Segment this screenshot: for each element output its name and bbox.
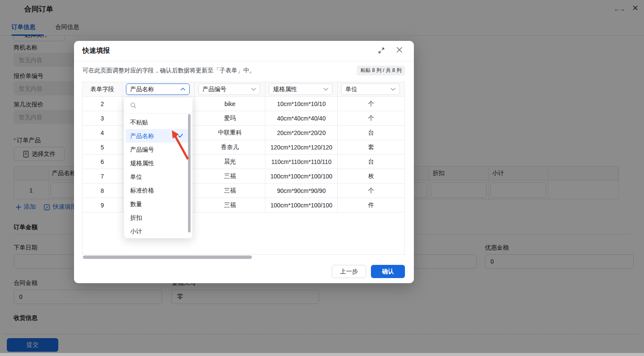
row-code: 晨光	[195, 155, 265, 169]
row-unit: 台	[338, 126, 405, 140]
row-no: 9	[83, 198, 123, 212]
row-spec: 20cm*20cm*20/20	[265, 126, 338, 140]
column-select-unit[interactable]: 单位	[341, 83, 400, 95]
paste-columns-badge: 粘贴 8 列 / 共 8 列	[357, 66, 405, 75]
dropdown-search-input[interactable]	[139, 100, 185, 111]
expand-icon[interactable]	[378, 47, 385, 54]
column-select-spec[interactable]: 规格属性	[269, 83, 333, 95]
row-no: 7	[83, 169, 123, 184]
chevron-down-icon	[323, 88, 328, 91]
chevron-down-icon	[390, 88, 396, 91]
option-spec[interactable]: 规格属性	[124, 156, 192, 170]
dropdown-scrollbar[interactable]	[188, 114, 191, 233]
row-spec: 100cm*100cm*100/100	[265, 198, 338, 212]
header-form-field: 表单字段	[83, 82, 123, 97]
row-no: 6	[83, 155, 123, 169]
search-icon	[130, 102, 137, 109]
header-col-1: 产品名称	[123, 82, 195, 97]
row-spec: 40cm*40cm*40/40	[265, 111, 338, 126]
row-code: 爱玛	[195, 111, 265, 126]
previous-step-button[interactable]: 上一步	[332, 265, 366, 278]
modal-close-icon[interactable]	[396, 46, 403, 53]
row-code: 中联重科	[195, 126, 265, 140]
column-select-product-code[interactable]: 产品编号	[198, 83, 260, 95]
row-no: 3	[83, 111, 123, 126]
option-discount[interactable]: 折扣	[124, 211, 192, 224]
row-spec: 120cm*120cm*120/120	[265, 140, 338, 155]
row-spec: 10cm*10cm*10/10	[265, 97, 338, 111]
horizontal-scrollbar[interactable]	[83, 256, 252, 259]
row-code: 三福	[195, 198, 265, 212]
row-unit: 件	[338, 198, 405, 212]
header-col-3: 规格属性	[265, 82, 338, 97]
column-mapping-dropdown: 不粘贴 产品名称 产品编号 规格属性 单位 标准价格 数量 折扣 小计	[124, 97, 193, 238]
option-standard-price[interactable]: 标准价格	[124, 184, 192, 197]
modal-description: 可在此页面调整对应的字段，确认后数据将更新至「子表单」中。	[83, 67, 255, 75]
row-code: bike	[195, 97, 265, 111]
row-no: 8	[83, 184, 123, 198]
row-unit: 台	[338, 155, 405, 169]
page-bottom-strip	[0, 353, 644, 356]
row-unit: 枚	[338, 169, 405, 184]
row-unit: 个	[338, 97, 405, 111]
row-unit: 套	[338, 140, 405, 155]
option-unit[interactable]: 单位	[124, 170, 192, 184]
row-no: 5	[83, 140, 123, 155]
chevron-down-icon	[251, 88, 256, 91]
quick-fill-modal: 快速填报 可在此页面调整对应的字段，确认后数据将更新至「子表单」中。 粘贴 8 …	[74, 41, 414, 283]
option-no-paste[interactable]: 不粘贴	[124, 115, 192, 129]
row-no: 4	[83, 126, 123, 140]
row-spec: 110cm*110cm*110/110	[265, 155, 338, 169]
header-col-2: 产品编号	[195, 82, 265, 97]
row-code: 香奈儿	[195, 140, 265, 155]
modal-header-divider	[74, 61, 414, 61]
column-select-product-name[interactable]: 产品名称	[126, 83, 190, 95]
row-spec: 100cm*100cm*100/100	[265, 169, 338, 184]
confirm-button[interactable]: 确认	[371, 265, 405, 278]
row-spec: 90cm*90cm*90/90	[265, 184, 338, 198]
row-unit: 个	[338, 111, 405, 126]
modal-title: 快速填报	[83, 46, 110, 55]
option-product-code[interactable]: 产品编号	[124, 143, 192, 156]
chevron-up-icon	[180, 88, 185, 91]
check-icon	[178, 133, 183, 138]
option-quantity[interactable]: 数量	[124, 197, 192, 211]
header-col-4: 单位	[338, 82, 405, 97]
quick-fill-table-header: 表单字段 产品名称 产品编号 规格属性	[83, 82, 405, 97]
row-unit: 个	[338, 184, 405, 198]
dropdown-search[interactable]	[124, 98, 192, 114]
row-code: 三福	[195, 184, 265, 198]
row-code: 三福	[195, 169, 265, 184]
option-product-name-selected[interactable]: 产品名称	[126, 129, 188, 143]
option-subtotal[interactable]: 小计	[124, 224, 192, 238]
row-no: 2	[83, 97, 123, 111]
